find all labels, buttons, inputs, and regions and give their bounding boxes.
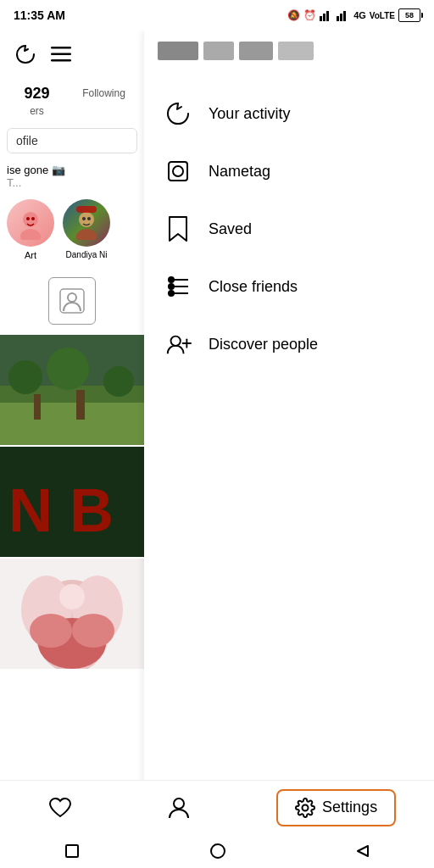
- svg-rect-30: [0, 447, 144, 557]
- menu-item-close-friends[interactable]: Close friends: [144, 258, 434, 315]
- color-bar: [144, 31, 434, 71]
- menu-item-saved[interactable]: Saved: [144, 200, 434, 258]
- status-bar: 11:35 AM 🔕 ⏰ 4G VoLTE 58: [0, 0, 434, 31]
- following-label: Following: [82, 87, 125, 99]
- status-time: 11:35 AM: [14, 8, 65, 22]
- android-recents[interactable]: [64, 843, 80, 859]
- svg-point-51: [303, 804, 309, 810]
- svg-point-50: [174, 798, 184, 809]
- stories-row: Art Dandiya Ni: [0, 192, 144, 267]
- profile-stats: 929 ers Following: [0, 78, 144, 125]
- activity-menu-icon: [164, 100, 192, 127]
- right-panel: Your activity Nametag Saved: [144, 31, 434, 868]
- svg-rect-0: [320, 16, 322, 21]
- color-block-2: [203, 42, 234, 60]
- nav-person[interactable]: [158, 789, 200, 826]
- android-back[interactable]: [356, 844, 370, 858]
- svg-point-11: [26, 217, 30, 220]
- signal-icon-2: [337, 9, 350, 21]
- svg-rect-1: [323, 14, 326, 21]
- saved-label: Saved: [209, 220, 252, 238]
- menu-icon[interactable]: [51, 47, 71, 62]
- settings-gear-icon: [295, 798, 315, 818]
- menu-list: Your activity Nametag Saved: [144, 71, 434, 387]
- svg-point-25: [103, 366, 134, 397]
- story-label-art: Art: [25, 250, 36, 260]
- svg-rect-4: [340, 14, 342, 21]
- svg-point-23: [8, 360, 42, 394]
- color-block-1: [158, 42, 198, 60]
- svg-rect-6: [51, 47, 71, 49]
- svg-rect-8: [51, 59, 71, 62]
- activity-icon[interactable]: [14, 42, 37, 66]
- nametag-label: Nametag: [209, 163, 270, 181]
- nav-settings[interactable]: Settings: [276, 789, 396, 826]
- discover-people-menu-icon: [164, 331, 192, 358]
- menu-item-discover-people[interactable]: Discover people: [144, 315, 434, 373]
- svg-rect-7: [51, 53, 71, 56]
- svg-point-14: [76, 229, 97, 240]
- svg-point-10: [20, 229, 41, 240]
- menu-item-your-activity[interactable]: Your activity: [144, 85, 434, 142]
- svg-rect-5: [343, 11, 346, 21]
- mute-icon: 🔕: [287, 9, 300, 21]
- discover-people-label: Discover people: [209, 336, 318, 353]
- story-circle-dandiya: [63, 199, 110, 247]
- svg-point-15: [82, 217, 86, 220]
- nametag-menu-icon: [164, 158, 192, 185]
- svg-point-19: [68, 293, 76, 302]
- saved-menu-icon: [164, 215, 192, 242]
- story-face-art: [7, 199, 54, 247]
- top-bar: [0, 31, 144, 78]
- story-label-dandiya: Dandiya Ni: [66, 250, 108, 259]
- followers-label: ers: [30, 105, 44, 117]
- bottom-nav: Settings: [0, 780, 434, 834]
- profile-search-text: ofile: [16, 134, 38, 147]
- story-face-dandiya: [63, 199, 110, 247]
- battery-indicator: 58: [398, 8, 420, 22]
- your-activity-label: Your activity: [209, 105, 290, 123]
- story-item-dandiya[interactable]: Dandiya Ni: [63, 199, 110, 260]
- signal-icon: [320, 9, 333, 21]
- svg-point-24: [47, 348, 89, 390]
- svg-point-47: [171, 337, 181, 346]
- profile-search: ofile: [7, 128, 137, 153]
- svg-point-16: [87, 217, 91, 220]
- settings-label: Settings: [322, 798, 377, 816]
- close-friends-label: Close friends: [209, 278, 298, 296]
- photo-red-letters: N B: [0, 447, 144, 557]
- story-item[interactable]: Art: [7, 199, 54, 260]
- story-circle-art: [7, 199, 54, 247]
- android-home[interactable]: [209, 843, 226, 860]
- menu-item-nametag[interactable]: Nametag: [144, 142, 434, 200]
- followers-stat[interactable]: 929 ers: [3, 85, 70, 118]
- svg-point-12: [31, 217, 35, 220]
- color-block-4: [278, 42, 314, 60]
- photos-grid: N B: [0, 335, 144, 669]
- svg-point-42: [169, 277, 174, 282]
- photo-floral: [0, 559, 144, 669]
- svg-point-40: [173, 166, 183, 176]
- alarm-icon: ⏰: [303, 9, 316, 21]
- person-icon-area: [0, 267, 144, 335]
- svg-rect-39: [169, 162, 187, 181]
- svg-rect-2: [326, 11, 329, 21]
- person-icon-box: [48, 277, 96, 325]
- network-lte: VoLTE: [370, 11, 395, 20]
- status-icons: 🔕 ⏰ 4G VoLTE 58: [287, 8, 420, 22]
- bio-text: ise gone 📷 T...: [0, 157, 144, 192]
- svg-rect-17: [76, 206, 97, 213]
- left-panel: 929 ers Following ofile ise gone 📷 T...: [0, 31, 144, 868]
- followers-count: 929: [3, 85, 70, 103]
- svg-point-38: [59, 584, 85, 609]
- svg-rect-3: [337, 16, 339, 21]
- following-stat[interactable]: Following: [70, 85, 137, 118]
- svg-rect-27: [76, 390, 85, 420]
- svg-marker-54: [358, 846, 368, 856]
- color-block-3: [239, 42, 273, 60]
- svg-point-53: [211, 844, 225, 858]
- svg-point-36: [30, 614, 72, 648]
- network-4g: 4G: [353, 10, 366, 20]
- photo-green: [0, 335, 144, 445]
- nav-heart[interactable]: [38, 790, 82, 826]
